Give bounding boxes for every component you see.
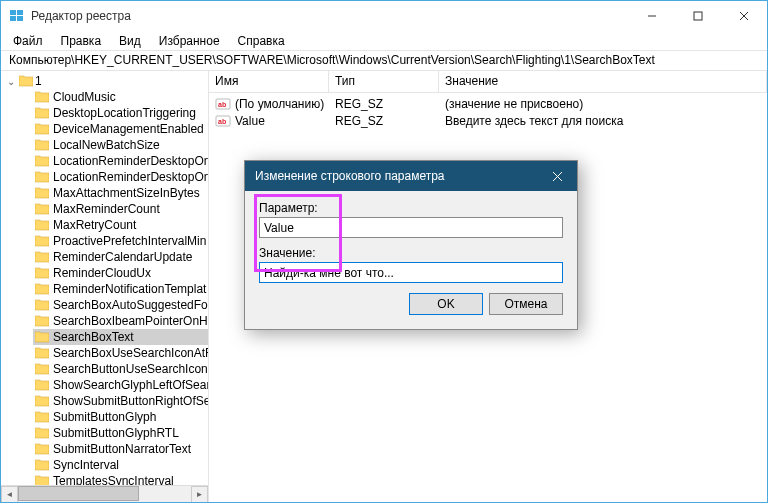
folder-icon: [35, 203, 49, 215]
ok-button[interactable]: OK: [409, 293, 483, 315]
folder-icon: [35, 267, 49, 279]
tree-item[interactable]: SubmitButtonGlyphRTL: [33, 425, 208, 441]
tree-item[interactable]: ShowSubmitButtonRightOfSe: [33, 393, 208, 409]
folder-icon: [35, 171, 49, 183]
param-label: Параметр:: [259, 201, 563, 215]
folder-icon: [35, 443, 49, 455]
tree-item[interactable]: SearchButtonUseSearchIcon: [33, 361, 208, 377]
folder-icon: [35, 459, 49, 471]
address-bar[interactable]: Компьютер\HKEY_CURRENT_USER\SOFTWARE\Mic…: [1, 51, 767, 71]
value-label: Значение:: [259, 246, 563, 260]
collapse-icon[interactable]: ⌄: [5, 76, 17, 87]
svg-rect-0: [10, 10, 16, 15]
dialog-titlebar[interactable]: Изменение строкового параметра: [245, 161, 577, 191]
folder-icon: [35, 91, 49, 103]
tree-item-label: MaxRetryCount: [53, 218, 136, 232]
dialog-close-button[interactable]: [537, 161, 577, 191]
edit-string-dialog: Изменение строкового параметра Параметр:…: [244, 160, 578, 330]
scroll-right-button[interactable]: ►: [191, 486, 208, 503]
tree-item[interactable]: TemplatesSyncInterval: [33, 473, 208, 485]
param-input[interactable]: [259, 217, 563, 238]
folder-icon: [35, 315, 49, 327]
tree-item-label: LocalNewBatchSize: [53, 138, 160, 152]
tree-item[interactable]: ReminderCloudUx: [33, 265, 208, 281]
tree-item[interactable]: MaxReminderCount: [33, 201, 208, 217]
tree-item-label: MaxAttachmentSizeInBytes: [53, 186, 200, 200]
tree-item[interactable]: ShowSearchGlyphLeftOfSear: [33, 377, 208, 393]
svg-text:ab: ab: [218, 101, 226, 108]
tree-item[interactable]: LocalNewBatchSize: [33, 137, 208, 153]
tree-root-label: 1: [35, 74, 42, 88]
tree-item[interactable]: SearchBoxText: [33, 329, 208, 345]
column-name[interactable]: Имя: [209, 71, 329, 92]
maximize-button[interactable]: [675, 1, 721, 31]
list-row[interactable]: ab(По умолчанию)REG_SZ(значение не присв…: [209, 95, 767, 112]
close-button[interactable]: [721, 1, 767, 31]
tree-item-label: ShowSearchGlyphLeftOfSear: [53, 378, 208, 392]
folder-icon: [35, 123, 49, 135]
tree-item[interactable]: CloudMusic: [33, 89, 208, 105]
folder-icon: [35, 347, 49, 359]
tree-item[interactable]: SyncInterval: [33, 457, 208, 473]
tree-item[interactable]: LocationReminderDesktopOn: [33, 153, 208, 169]
app-icon: [9, 8, 25, 24]
tree-item[interactable]: SearchBoxUseSearchIconAtR: [33, 345, 208, 361]
tree-item[interactable]: MaxRetryCount: [33, 217, 208, 233]
tree-pane: ⌄ 1 CloudMusicDesktopLocationTriggeringD…: [1, 71, 209, 502]
tree-item-label: ShowSubmitButtonRightOfSe: [53, 394, 208, 408]
value-type: REG_SZ: [329, 97, 439, 111]
menu-edit[interactable]: Правка: [53, 32, 110, 50]
menu-view[interactable]: Вид: [111, 32, 149, 50]
folder-icon: [35, 139, 49, 151]
tree-item-label: LocationReminderDesktopOn: [53, 170, 208, 184]
tree-item[interactable]: LocationReminderDesktopOn: [33, 169, 208, 185]
tree-item[interactable]: SubmitButtonNarratorText: [33, 441, 208, 457]
tree-item-label: ReminderCalendarUpdate: [53, 250, 192, 264]
scroll-thumb[interactable]: [18, 486, 139, 501]
folder-icon: [35, 395, 49, 407]
tree-item[interactable]: DesktopLocationTriggering: [33, 105, 208, 121]
cancel-button[interactable]: Отмена: [489, 293, 563, 315]
tree-item-label: SearchBoxText: [53, 330, 134, 344]
tree-item-label: SearchBoxIbeamPointerOnH: [53, 314, 208, 328]
column-value[interactable]: Значение: [439, 71, 767, 92]
tree-item-label: TemplatesSyncInterval: [53, 474, 174, 485]
tree-item[interactable]: ReminderCalendarUpdate: [33, 249, 208, 265]
tree-item[interactable]: ReminderNotificationTemplat: [33, 281, 208, 297]
folder-icon: [35, 187, 49, 199]
menu-favorites[interactable]: Избранное: [151, 32, 228, 50]
tree-item[interactable]: ProactivePrefetchIntervalMin: [33, 233, 208, 249]
tree-item[interactable]: MaxAttachmentSizeInBytes: [33, 185, 208, 201]
list-row[interactable]: abValueREG_SZВведите здесь текст для пои…: [209, 112, 767, 129]
folder-icon: [35, 251, 49, 263]
value-data: (значение не присвоено): [439, 97, 767, 111]
value-name: Value: [235, 114, 265, 128]
tree-item-label: SearchBoxAutoSuggestedFor: [53, 298, 208, 312]
value-type: REG_SZ: [329, 114, 439, 128]
tree-item[interactable]: SearchBoxIbeamPointerOnH: [33, 313, 208, 329]
minimize-button[interactable]: [629, 1, 675, 31]
tree-item-label: SubmitButtonGlyphRTL: [53, 426, 179, 440]
menubar: Файл Правка Вид Избранное Справка: [1, 31, 767, 51]
tree-item[interactable]: SubmitButtonGlyph: [33, 409, 208, 425]
folder-icon: [35, 379, 49, 391]
menu-file[interactable]: Файл: [5, 32, 51, 50]
tree-root[interactable]: ⌄ 1: [1, 73, 208, 89]
string-value-icon: ab: [215, 96, 231, 112]
tree-item-label: ProactivePrefetchIntervalMin: [53, 234, 206, 248]
folder-icon: [35, 299, 49, 311]
svg-rect-1: [17, 10, 23, 15]
svg-text:ab: ab: [218, 118, 226, 125]
tree-item[interactable]: SearchBoxAutoSuggestedFor: [33, 297, 208, 313]
tree-item-label: MaxReminderCount: [53, 202, 160, 216]
value-input[interactable]: [259, 262, 563, 283]
window-title: Редактор реестра: [31, 9, 629, 23]
scroll-left-button[interactable]: ◄: [1, 486, 18, 503]
svg-rect-3: [17, 16, 23, 21]
folder-icon: [35, 107, 49, 119]
column-type[interactable]: Тип: [329, 71, 439, 92]
tree-horizontal-scrollbar[interactable]: ◄ ►: [1, 485, 208, 502]
tree-item[interactable]: DeviceManagementEnabled: [33, 121, 208, 137]
folder-icon: [35, 363, 49, 375]
menu-help[interactable]: Справка: [230, 32, 293, 50]
